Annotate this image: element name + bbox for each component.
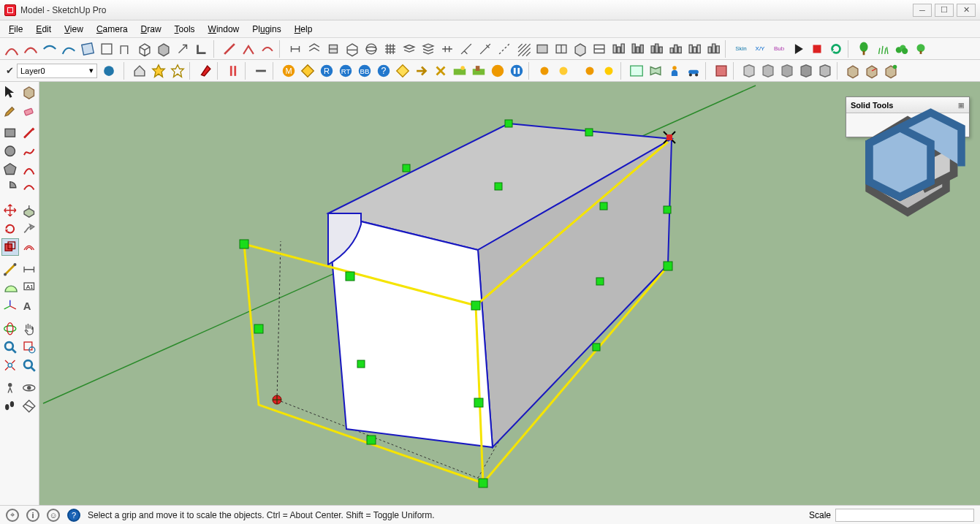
badge-bb[interactable]: BB xyxy=(356,62,373,80)
tool-section-view[interactable] xyxy=(571,40,589,58)
solid-tools-panel[interactable]: Solid Tools ▣ xyxy=(846,96,970,137)
zoom-tool[interactable] xyxy=(1,338,19,356)
tool-align[interactable] xyxy=(252,62,270,80)
arc2-tool[interactable] xyxy=(20,179,38,197)
tool-arrow-1[interactable] xyxy=(174,40,191,58)
map-person[interactable] xyxy=(666,62,683,80)
tool-tree[interactable] xyxy=(855,40,873,58)
tool-wall-1[interactable] xyxy=(609,40,627,58)
tool-face[interactable] xyxy=(79,40,96,58)
cube-export-3[interactable] xyxy=(882,62,900,80)
tool-paint[interactable] xyxy=(197,62,214,80)
tool-corner[interactable] xyxy=(193,40,210,58)
book-c[interactable] xyxy=(778,62,796,80)
tool-xy-label[interactable]: X/Y xyxy=(751,40,769,58)
close-button[interactable]: ✕ xyxy=(957,4,976,17)
pie-tool[interactable] xyxy=(1,179,19,197)
badge-diamond-2[interactable] xyxy=(394,62,411,80)
rectangle-tool[interactable] xyxy=(1,124,19,142)
tool-arc-3[interactable] xyxy=(41,40,58,58)
tool-divide-3[interactable] xyxy=(476,40,494,58)
walk-tool[interactable] xyxy=(1,398,19,415)
tool-layers-1[interactable] xyxy=(400,40,418,58)
tool-edge-2[interactable] xyxy=(240,40,257,58)
menu-camera[interactable]: Camera xyxy=(91,22,134,37)
3dtext-tool[interactable]: A xyxy=(20,297,38,315)
cube-export-2[interactable] xyxy=(863,62,881,80)
menu-plugins[interactable]: Plugins xyxy=(246,22,286,37)
paint-tool[interactable] xyxy=(1,102,19,119)
book-1[interactable] xyxy=(713,62,730,80)
map-2[interactable] xyxy=(647,62,664,80)
tool-extrude-2[interactable] xyxy=(305,40,323,58)
tool-refresh[interactable] xyxy=(827,40,845,58)
tool-bub-label[interactable]: Bub xyxy=(770,40,788,58)
look-around-tool[interactable] xyxy=(20,379,38,397)
tool-section-2[interactable] xyxy=(552,40,570,58)
tool-orient[interactable] xyxy=(224,62,242,80)
badge-r[interactable]: R xyxy=(318,62,335,80)
component-tool[interactable] xyxy=(20,83,38,101)
tool-hatch[interactable] xyxy=(514,40,532,58)
map-car[interactable] xyxy=(685,62,702,80)
tool-cube-1[interactable] xyxy=(136,40,153,58)
book-d[interactable] xyxy=(797,62,815,80)
tool-measure-1[interactable] xyxy=(495,40,513,58)
ball-1[interactable] xyxy=(536,62,553,80)
ball-4[interactable] xyxy=(600,62,618,80)
tool-bush[interactable] xyxy=(893,40,911,58)
tool-wall-4[interactable] xyxy=(666,40,684,58)
tool-arc-4[interactable] xyxy=(60,40,77,58)
badge-arrow[interactable] xyxy=(413,62,430,80)
protractor-tool[interactable] xyxy=(1,279,19,297)
menu-edit[interactable]: Edit xyxy=(30,22,57,37)
offset-tool[interactable] xyxy=(20,238,38,256)
badge-rt[interactable]: RT xyxy=(337,62,354,80)
book-e[interactable] xyxy=(816,62,834,80)
select-tool[interactable] xyxy=(1,83,19,101)
tool-wall-3[interactable] xyxy=(647,40,665,58)
followme-tool[interactable] xyxy=(20,220,38,238)
tool-shape-1[interactable] xyxy=(117,40,134,58)
line-tool[interactable] xyxy=(20,124,38,142)
scale-tool[interactable] xyxy=(1,238,19,256)
badge-globe[interactable] xyxy=(489,62,506,80)
tool-wall-6[interactable] xyxy=(704,40,722,58)
axes-tool[interactable] xyxy=(1,297,19,315)
circle-tool[interactable] xyxy=(1,143,19,160)
text-tool[interactable]: A1 xyxy=(20,279,38,297)
tool-play[interactable] xyxy=(789,40,807,58)
ball-2[interactable] xyxy=(555,62,572,80)
minimize-button[interactable]: ─ xyxy=(913,4,932,17)
badge-x[interactable] xyxy=(432,62,449,80)
badge-pause[interactable] xyxy=(508,62,525,80)
menu-draw[interactable]: Draw xyxy=(135,22,167,37)
cube-export-1[interactable] xyxy=(844,62,862,80)
menu-window[interactable]: Window xyxy=(202,22,246,37)
tool-plant[interactable] xyxy=(912,40,930,58)
eraser-tool[interactable] xyxy=(20,102,38,119)
menu-help[interactable]: Help xyxy=(289,22,319,37)
move-tool[interactable] xyxy=(1,202,19,219)
nav-star[interactable] xyxy=(150,62,167,80)
tool-cube-2[interactable] xyxy=(155,40,172,58)
tool-extrude-4[interactable] xyxy=(343,40,361,58)
viewport[interactable]: Solid Tools ▣ xyxy=(39,82,980,505)
tool-arc-1[interactable] xyxy=(3,40,20,58)
status-info-icon[interactable]: i xyxy=(26,509,39,522)
tool-divide-1[interactable] xyxy=(438,40,456,58)
measurement-input[interactable] xyxy=(835,509,974,522)
tool-grass[interactable] xyxy=(874,40,892,58)
polygon-tool[interactable] xyxy=(1,161,19,178)
maximize-button[interactable]: ☐ xyxy=(935,4,954,17)
tool-edge-1[interactable] xyxy=(221,40,238,58)
nav-home[interactable] xyxy=(131,62,148,80)
tape-tool[interactable] xyxy=(1,261,19,278)
book-b[interactable] xyxy=(759,62,777,80)
zoom-previous-tool[interactable] xyxy=(20,357,38,374)
badge-help[interactable]: ? xyxy=(375,62,392,80)
menu-tools[interactable]: Tools xyxy=(169,22,201,37)
layer-manager-button[interactable] xyxy=(100,62,118,80)
orbit-tool[interactable] xyxy=(1,320,19,338)
tool-section-1[interactable] xyxy=(533,40,551,58)
